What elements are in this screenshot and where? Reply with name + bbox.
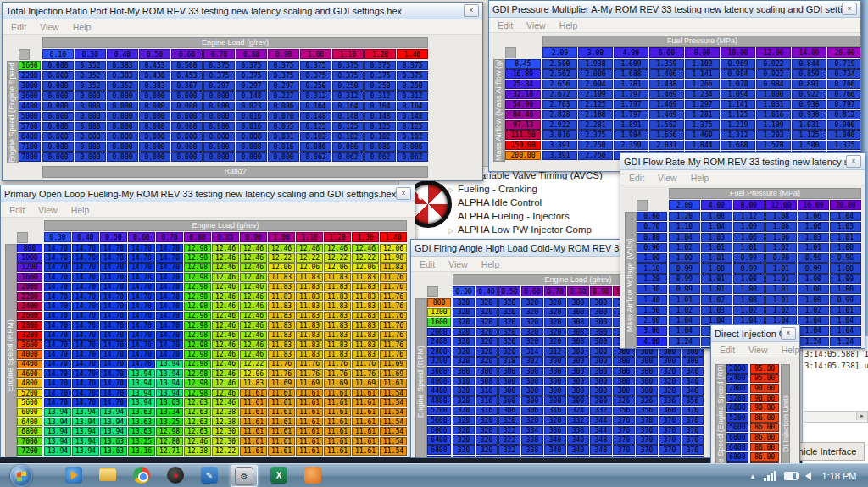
- table-cell[interactable]: 0.500: [171, 61, 203, 70]
- taskbar-clock[interactable]: 1:18 PM: [819, 471, 860, 481]
- row-header[interactable]: 7000: [17, 437, 42, 445]
- table-cell[interactable]: 13.94: [72, 437, 99, 445]
- table-cell[interactable]: 370: [682, 445, 704, 455]
- table-cell[interactable]: 0.000: [42, 112, 74, 121]
- column-header[interactable]: 0.50: [100, 232, 127, 242]
- table-cell[interactable]: 0.375: [300, 61, 331, 70]
- table-cell[interactable]: 11.61: [324, 408, 351, 417]
- table-cell[interactable]: 356: [636, 407, 658, 416]
- menu-edit[interactable]: Edit: [629, 173, 644, 183]
- menu-help[interactable]: Help: [481, 259, 500, 269]
- table-cell[interactable]: 13.16: [128, 446, 155, 455]
- titlebar[interactable]: Primary Open Loop Fueling-My ROM REV 33 …: [1, 185, 415, 202]
- close-icon[interactable]: x: [846, 155, 861, 168]
- table-cell[interactable]: 0.000: [171, 91, 203, 101]
- table-cell[interactable]: 370: [659, 426, 681, 435]
- table-cell[interactable]: 0.102: [332, 132, 364, 141]
- table-cell[interactable]: 300: [521, 396, 543, 406]
- table-cell[interactable]: 0.375: [364, 71, 396, 80]
- table-cell[interactable]: 12.46: [240, 263, 267, 272]
- table-cell[interactable]: 2.109: [578, 90, 613, 99]
- table-cell[interactable]: 14.70: [156, 292, 183, 301]
- table-cell[interactable]: 0.086: [268, 102, 299, 111]
- table-cell[interactable]: 14.70: [44, 350, 71, 358]
- table-cell[interactable]: 0.812: [827, 110, 861, 119]
- table-cell[interactable]: 1.797: [614, 110, 648, 119]
- table-cell[interactable]: 300: [590, 328, 612, 337]
- row-header[interactable]: 5000: [19, 112, 41, 121]
- table-cell[interactable]: 12.30: [212, 427, 239, 435]
- table-cell[interactable]: 13.94: [156, 360, 183, 368]
- table-cell[interactable]: 11.61: [240, 457, 267, 457]
- row-header[interactable]: 0.90: [637, 243, 667, 252]
- column-header[interactable]: 14.00: [792, 47, 826, 58]
- table-cell[interactable]: 11.61: [240, 437, 267, 445]
- table-cell[interactable]: 370: [682, 416, 704, 425]
- table-cell[interactable]: 14.70: [100, 273, 127, 281]
- table-cell[interactable]: 320: [453, 456, 475, 459]
- table-cell[interactable]: 370: [659, 456, 681, 459]
- table-cell[interactable]: 13.94: [128, 379, 155, 387]
- table-cell[interactable]: 11.61: [296, 418, 323, 426]
- table-cell[interactable]: 300: [567, 386, 589, 396]
- table-cell[interactable]: 0.99: [669, 263, 700, 273]
- row-header[interactable]: 5200: [17, 389, 42, 397]
- table-cell[interactable]: 14.70: [100, 360, 127, 368]
- titlebar[interactable]: Total Injection Ratio Port Hot-My ROM RE…: [3, 3, 482, 19]
- table-cell[interactable]: 308: [567, 328, 589, 337]
- menu-edit[interactable]: Edit: [9, 205, 25, 215]
- table-cell[interactable]: 95.00: [750, 374, 779, 384]
- table-cell[interactable]: 14.70: [156, 253, 183, 262]
- table-cell[interactable]: 14.70: [128, 312, 155, 320]
- row-header[interactable]: 111.50: [505, 130, 541, 140]
- table-cell[interactable]: 13.94: [44, 418, 71, 426]
- table-cell[interactable]: 1.656: [649, 130, 684, 140]
- table-cell[interactable]: 11.83: [352, 283, 379, 291]
- table-cell[interactable]: 0.250: [300, 81, 331, 91]
- table-cell[interactable]: 334: [521, 426, 543, 435]
- table-cell[interactable]: 14.70: [44, 273, 71, 281]
- table-cell[interactable]: 1.00: [830, 243, 861, 252]
- row-header[interactable]: 7400: [17, 457, 42, 457]
- table-cell[interactable]: 11.61: [240, 427, 267, 435]
- table-cell[interactable]: 14.70: [44, 369, 71, 378]
- table-cell[interactable]: 320: [453, 328, 475, 337]
- menu-view[interactable]: View: [658, 173, 677, 183]
- row-header[interactable]: 6800: [726, 452, 748, 462]
- table-cell[interactable]: 300: [544, 386, 566, 396]
- table-cell[interactable]: 1.24: [830, 347, 861, 349]
- table-cell[interactable]: 14.70: [100, 263, 127, 272]
- table-cell[interactable]: 12.06: [296, 263, 323, 272]
- table-cell[interactable]: 0.250: [364, 81, 396, 91]
- table-cell[interactable]: 12.98: [184, 369, 211, 378]
- table-cell[interactable]: 1.02: [669, 306, 700, 315]
- table-cell[interactable]: 326: [613, 396, 635, 406]
- table-cell[interactable]: 14.70: [128, 331, 155, 340]
- column-header[interactable]: 3.00: [578, 47, 613, 58]
- row-header[interactable]: 1.50: [637, 306, 667, 315]
- table-cell[interactable]: 14.70: [72, 244, 99, 252]
- column-header[interactable]: 1.40: [397, 49, 428, 59]
- column-header[interactable]: 0.90: [240, 232, 267, 242]
- row-header[interactable]: 3600: [17, 340, 42, 349]
- table-cell[interactable]: 12.46: [212, 350, 239, 358]
- table-cell[interactable]: 12.46: [352, 244, 379, 252]
- table-cell[interactable]: 1.00: [798, 295, 829, 304]
- table-cell[interactable]: 0.000: [75, 112, 106, 121]
- table-cell[interactable]: 11.54: [380, 437, 407, 445]
- table-cell[interactable]: 0.375: [364, 61, 396, 70]
- table-cell[interactable]: 1.06: [798, 222, 829, 231]
- table-cell[interactable]: 11.83: [352, 321, 379, 329]
- table-cell[interactable]: 11.83: [352, 331, 379, 340]
- table-cell[interactable]: 1.500: [792, 141, 826, 150]
- table-cell[interactable]: 14.70: [100, 331, 127, 340]
- column-header[interactable]: 0.10: [42, 49, 74, 59]
- table-cell[interactable]: 0.102: [300, 132, 331, 141]
- table-cell[interactable]: 1.01: [798, 243, 829, 252]
- table-cell[interactable]: 320: [498, 308, 520, 318]
- table-cell[interactable]: 0.023: [236, 102, 267, 111]
- table-cell[interactable]: 1.109: [756, 120, 791, 130]
- menu-view[interactable]: View: [40, 22, 59, 32]
- table-cell[interactable]: 14.70: [44, 321, 71, 329]
- taskbar-button[interactable]: ⚙: [231, 465, 258, 487]
